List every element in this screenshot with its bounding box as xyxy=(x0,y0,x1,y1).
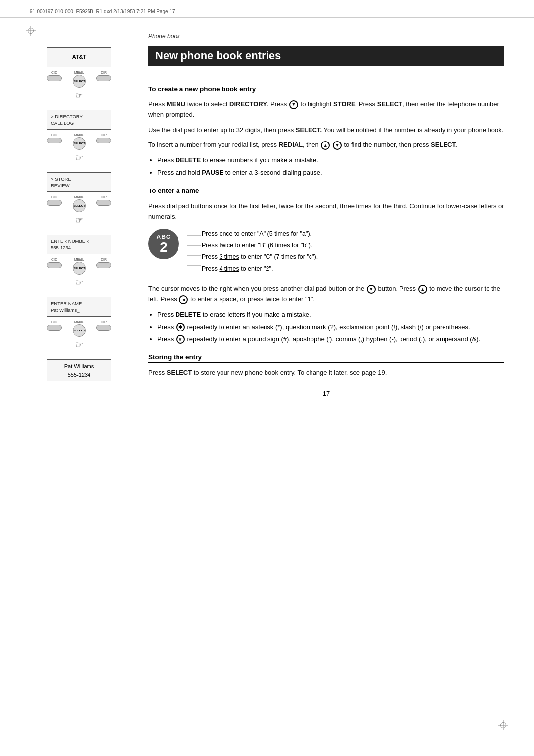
phone-widget-5: ENTER NAME Pat Williams_ CID MENU SELECT xyxy=(40,297,119,350)
screen-line-4b: 555-1234_ xyxy=(51,244,107,251)
section-category: Phone book xyxy=(148,33,504,40)
cid-btn-group-5: CID xyxy=(47,320,62,337)
up-arrow-icon: ▲ xyxy=(321,141,330,150)
cid-btn-group-1: CID xyxy=(47,71,62,88)
enter-name-bullets: Press DELETE to erase letters if you mak… xyxy=(157,310,504,344)
abc-line-4: Press 4 times to enter "2". xyxy=(202,265,318,274)
header-line: 91-000197-010-000_E5925B_R1.qxd 2/13/195… xyxy=(0,0,534,18)
main-content: AT&T CID MENU SELECT DIR xyxy=(0,18,534,756)
bullet-2: Press and hold PAUSE to enter a 3-second… xyxy=(157,168,504,178)
hand-icon-3: ☞ xyxy=(75,215,83,226)
cid-btn-group-4: CID xyxy=(47,258,62,275)
left-arrow-icon: ◄ xyxy=(179,295,188,304)
dir-btn-group-4: DIR xyxy=(96,258,111,275)
phone-widget-4: ENTER NUMBER 555-1234_ CID MENU SELECT xyxy=(40,235,119,288)
create-para-3: To insert a number from your redial list… xyxy=(148,140,504,150)
create-para-2: Use the dial pad to enter up to 32 digit… xyxy=(148,125,504,136)
cid-btn-group-3: CID xyxy=(47,195,62,212)
abc-line-3: Press 3 times to enter "C" (7 times for … xyxy=(202,253,318,262)
screen-line-5b: Pat Williams_ xyxy=(51,307,107,313)
dir-label-3: DIR xyxy=(101,195,107,199)
screen-6: Pat Williams 555-1234 xyxy=(47,359,111,381)
cid-btn-group-2: CID xyxy=(47,133,62,150)
cid-label-4: CID xyxy=(51,258,57,261)
select-btn-3[interactable]: SELECT xyxy=(73,199,86,212)
center-btn-1: MENU SELECT xyxy=(73,71,86,88)
dir-btn-3[interactable] xyxy=(96,200,111,206)
select-btn-1[interactable]: SELECT xyxy=(73,75,86,88)
hash-icon: # xyxy=(176,335,185,344)
cid-btn-1[interactable] xyxy=(47,75,62,81)
create-entry-title: To create a new phone book entry xyxy=(148,85,504,94)
create-bullets: Press DELETE to erase numbers if you mak… xyxy=(157,155,504,178)
dir-btn-group-5: DIR xyxy=(96,320,111,337)
center-btn-3: MENU SELECT xyxy=(73,195,86,212)
phone-widget-1: AT&T CID MENU SELECT DIR xyxy=(40,47,119,101)
cid-label-5: CID xyxy=(51,320,57,324)
right-column: Phone book New phone book entries To cre… xyxy=(129,33,504,736)
phone-widget-6: Pat Williams 555-1234 xyxy=(40,359,119,381)
select-btn-4[interactable]: SELECT xyxy=(73,262,86,275)
dir-btn-4[interactable] xyxy=(96,262,111,268)
page-container: 91-000197-010-000_E5925B_R1.qxd 2/13/195… xyxy=(0,0,534,756)
brand-label: AT&T xyxy=(51,51,107,63)
star-icon: ✱ xyxy=(176,323,185,331)
create-para-1: Press MENU twice to select DIRECTORY. Pr… xyxy=(148,99,504,120)
center-btn-5: MENU SELECT xyxy=(73,320,86,337)
down-arrow-icon-2: ▼ xyxy=(333,141,342,150)
dir-btn-group-1: DIR xyxy=(96,71,111,88)
hand-icon-2: ☞ xyxy=(75,152,83,163)
center-btn-2: MENU SELECT xyxy=(73,133,86,150)
right-border xyxy=(519,49,519,707)
abc-line-1: Press once to enter "A" (5 times for "a"… xyxy=(202,230,318,238)
hand-icon-1: ☞ xyxy=(75,90,83,101)
buttons-row-3: CID MENU SELECT DIR xyxy=(47,194,111,214)
storing-text: Press SELECT to store your new phone boo… xyxy=(148,368,504,378)
enter-name-title: To enter a name xyxy=(148,187,504,196)
connector-lines xyxy=(187,232,202,276)
up-arrow-icon-2: ▲ xyxy=(418,285,427,294)
screen-5: ENTER NAME Pat Williams_ xyxy=(47,297,111,317)
screen-line-3a: > STORE xyxy=(51,176,107,182)
bottom-crosshair xyxy=(498,720,508,730)
dir-btn-group-2: DIR xyxy=(96,133,111,150)
dir-btn-2[interactable] xyxy=(96,138,111,143)
cursor-para: The cursor moves to the right when you p… xyxy=(148,284,504,305)
abc-diagram: ABC 2 Press once to enter "A" (5 times xyxy=(148,229,504,276)
page-number: 17 xyxy=(148,390,504,397)
storing-title: Storing the entry xyxy=(148,353,504,363)
screen-2: > DIRECTORY CALL LOG xyxy=(47,110,111,130)
dir-label-4: DIR xyxy=(101,258,107,261)
buttons-row-2: CID MENU SELECT DIR xyxy=(47,132,111,151)
select-btn-2[interactable]: SELECT xyxy=(73,137,86,150)
bullet-1: Press DELETE to erase numbers if you mak… xyxy=(157,155,504,166)
dir-label-1: DIR xyxy=(101,71,107,74)
phone-widget-2: > DIRECTORY CALL LOG CID MENU SELECT xyxy=(40,110,119,163)
dir-btn-1[interactable] xyxy=(96,75,111,81)
screen-line-6b: 555-1234 xyxy=(51,371,107,379)
abc-lines: Press once to enter "A" (5 times for "a"… xyxy=(202,229,318,273)
screen-3: > STORE REVIEW xyxy=(47,172,111,192)
cid-btn-5[interactable] xyxy=(47,325,62,331)
top-crosshair xyxy=(26,26,36,36)
center-btn-4: MENU SELECT xyxy=(73,258,86,275)
enter-name-intro: Press dial pad buttons once for the firs… xyxy=(148,201,504,222)
cid-btn-4[interactable] xyxy=(47,262,62,268)
cid-btn-3[interactable] xyxy=(47,200,62,206)
screen-1: AT&T xyxy=(47,47,111,67)
dir-btn-5[interactable] xyxy=(96,325,111,331)
down-arrow-icon-3: ▼ xyxy=(367,285,376,294)
dir-label-5: DIR xyxy=(101,320,107,324)
screen-line-6a: Pat Williams xyxy=(51,362,107,371)
cid-label-3: CID xyxy=(51,195,57,199)
buttons-row-5: CID MENU SELECT DIR xyxy=(47,319,111,338)
left-column: AT&T CID MENU SELECT DIR xyxy=(30,33,129,736)
cid-btn-2[interactable] xyxy=(47,138,62,143)
buttons-row-1: CID MENU SELECT DIR xyxy=(47,69,111,89)
phone-widget-3: > STORE REVIEW CID MENU SELECT xyxy=(40,172,119,226)
dir-btn-group-3: DIR xyxy=(96,195,111,212)
select-btn-5[interactable]: SELECT xyxy=(73,324,86,337)
screen-line-4a: ENTER NUMBER xyxy=(51,238,107,244)
page-heading: New phone book entries xyxy=(148,46,504,66)
abc-circle: ABC 2 xyxy=(148,229,179,259)
